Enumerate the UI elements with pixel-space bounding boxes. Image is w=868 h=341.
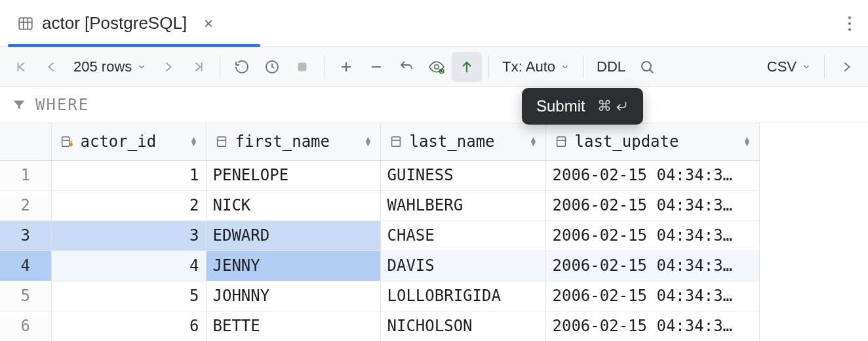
transaction-mode-dropdown[interactable]: Tx: Auto (496, 52, 576, 82)
column-header-first-name[interactable]: first_name ▲▼ (206, 123, 380, 160)
ddl-label: DDL (597, 58, 625, 75)
where-filter-bar[interactable]: WHERE (0, 87, 868, 123)
column-header-last-name[interactable]: last_name ▲▼ (380, 123, 545, 160)
sort-icon: ▲▼ (530, 137, 538, 146)
column-label: actor_id (81, 132, 157, 151)
svg-rect-24 (217, 136, 226, 146)
cell-last-name[interactable]: NICHOLSON (380, 311, 545, 341)
cell-first-name[interactable]: NICK (206, 190, 380, 220)
cell-last-name[interactable]: WAHLBERG (380, 190, 545, 220)
row-count-label: 205 rows (73, 58, 132, 75)
cell-last-update[interactable]: 2006-02-15 04:34:3… (545, 160, 759, 190)
reload-button[interactable] (227, 52, 257, 82)
submit-button[interactable] (452, 52, 482, 82)
row-number[interactable]: 1 (0, 160, 51, 190)
svg-rect-0 (19, 18, 32, 29)
close-icon[interactable]: × (204, 16, 213, 31)
tooltip-label: Submit (536, 97, 585, 115)
data-grid: actor_id ▲▼ first_name ▲▼ (0, 123, 868, 341)
cell-actor-id[interactable]: 1 (51, 160, 206, 190)
table-row[interactable]: 55JOHNNYLOLLOBRIGIDA2006-02-15 04:34:3… (0, 281, 759, 311)
tab-actor[interactable]: actor [PostgreSQL] × (8, 0, 222, 47)
svg-point-22 (69, 144, 72, 146)
cell-actor-id[interactable]: 5 (51, 281, 206, 311)
row-count-dropdown[interactable]: 205 rows (67, 52, 153, 82)
svg-point-18 (642, 62, 651, 71)
cell-actor-id[interactable]: 2 (51, 190, 206, 220)
cell-actor-id[interactable]: 6 (51, 311, 206, 341)
preview-changes-button[interactable] (422, 52, 452, 82)
column-label: last_name (410, 132, 495, 151)
export-format-dropdown[interactable]: CSV (760, 52, 818, 82)
column-icon (214, 134, 229, 149)
column-icon (389, 134, 403, 149)
svg-rect-28 (557, 136, 565, 146)
tab-bar: actor [PostgreSQL] × (0, 0, 868, 47)
svg-rect-26 (391, 136, 400, 146)
table-row[interactable]: 44JENNYDAVIS2006-02-15 04:34:3… (0, 251, 759, 281)
tooltip-shortcut: ⌘ (597, 98, 629, 115)
column-header-rownum[interactable] (0, 123, 51, 160)
cell-first-name[interactable]: BETTE (206, 311, 380, 341)
cell-first-name[interactable]: JOHNNY (206, 281, 380, 311)
revert-button[interactable] (391, 52, 422, 82)
search-button[interactable] (632, 52, 662, 82)
sort-icon: ▲▼ (743, 137, 751, 146)
last-page-button[interactable] (183, 52, 213, 82)
cell-last-name[interactable]: DAVIS (380, 251, 545, 281)
tab-underline (8, 44, 260, 47)
prev-page-button[interactable] (37, 52, 67, 82)
expand-button[interactable] (831, 52, 861, 82)
cell-first-name[interactable]: EDWARD (206, 220, 380, 251)
tab-title: actor [PostgreSQL] (42, 13, 187, 33)
cell-first-name[interactable]: JENNY (206, 251, 380, 281)
svg-line-8 (272, 67, 274, 68)
svg-rect-9 (298, 62, 307, 71)
add-row-button[interactable] (331, 52, 361, 82)
svg-line-19 (650, 70, 653, 73)
cell-last-update[interactable]: 2006-02-15 04:34:3… (545, 190, 759, 220)
column-header-last-update[interactable]: last_update ▲▼ (545, 123, 759, 160)
column-label: first_name (235, 132, 330, 151)
row-number[interactable]: 3 (0, 220, 51, 251)
cell-last-update[interactable]: 2006-02-15 04:34:3… (545, 220, 759, 251)
next-page-button[interactable] (153, 52, 183, 82)
table-icon (17, 15, 34, 32)
table-row[interactable]: 33EDWARDCHASE2006-02-15 04:34:3… (0, 220, 759, 251)
column-label: last_update (575, 132, 679, 151)
stop-pending-button[interactable] (257, 52, 287, 82)
table-row[interactable]: 22NICKWAHLBERG2006-02-15 04:34:3… (0, 190, 759, 220)
row-number[interactable]: 5 (0, 281, 51, 311)
cell-actor-id[interactable]: 3 (51, 220, 206, 251)
row-number[interactable]: 6 (0, 311, 51, 341)
cell-last-name[interactable]: LOLLOBRIGIDA (380, 281, 545, 311)
more-options-button[interactable] (839, 11, 860, 36)
export-label: CSV (767, 58, 797, 75)
first-page-button[interactable] (7, 52, 37, 82)
cell-actor-id[interactable]: 4 (51, 251, 206, 281)
sort-icon: ▲▼ (190, 137, 198, 146)
ddl-button[interactable]: DDL (590, 52, 632, 82)
svg-rect-20 (62, 136, 69, 146)
cell-first-name[interactable]: PENELOPE (206, 160, 380, 190)
sort-icon: ▲▼ (365, 137, 372, 146)
table-row[interactable]: 11PENELOPEGUINESS2006-02-15 04:34:3… (0, 160, 759, 190)
cancel-button[interactable] (287, 52, 317, 82)
tx-label: Tx: Auto (502, 58, 555, 75)
cell-last-name[interactable]: GUINESS (380, 160, 545, 190)
where-placeholder: WHERE (35, 96, 89, 114)
submit-tooltip: Submit ⌘ (522, 88, 643, 125)
cell-last-update[interactable]: 2006-02-15 04:34:3… (545, 251, 759, 281)
svg-point-13 (435, 64, 439, 69)
toolbar: 205 rows Tx: Auto DDL CS (0, 47, 868, 87)
row-number[interactable]: 2 (0, 190, 51, 220)
cell-last-name[interactable]: CHASE (380, 220, 545, 251)
row-number[interactable]: 4 (0, 251, 51, 281)
cell-last-update[interactable]: 2006-02-15 04:34:3… (545, 311, 759, 341)
cell-last-update[interactable]: 2006-02-15 04:34:3… (545, 281, 759, 311)
table-row[interactable]: 66BETTENICHOLSON2006-02-15 04:34:3… (0, 311, 759, 341)
column-icon (554, 134, 568, 149)
filter-icon (12, 98, 26, 112)
delete-row-button[interactable] (361, 52, 391, 82)
column-header-actor-id[interactable]: actor_id ▲▼ (51, 123, 206, 160)
